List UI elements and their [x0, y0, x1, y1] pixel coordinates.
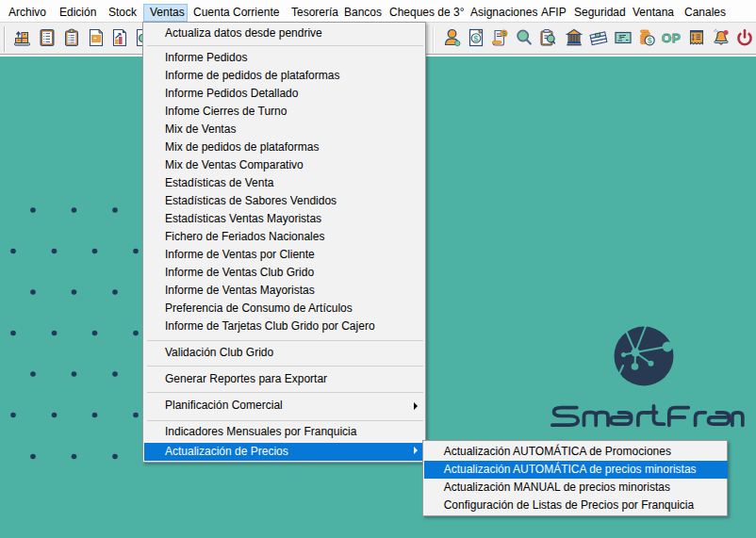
svg-text:$: $ [473, 33, 479, 43]
svg-text:OP: OP [662, 31, 681, 45]
svg-text:$: $ [648, 36, 652, 45]
